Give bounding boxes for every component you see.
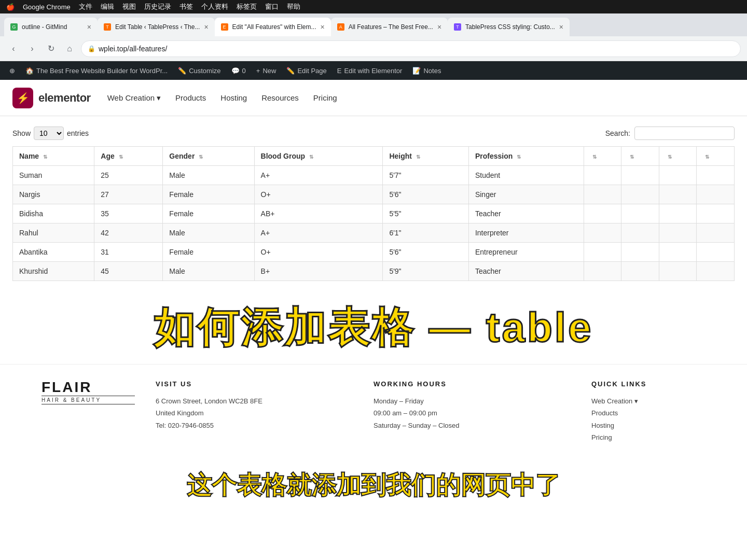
menu-edit[interactable]: 编辑 <box>101 2 114 11</box>
tab-close-1[interactable]: × <box>87 23 91 31</box>
entries-label: entries <box>67 129 89 137</box>
col-profession[interactable]: Profession ⇅ <box>468 147 584 166</box>
cell-1-2: Female <box>163 185 254 204</box>
menu-bookmarks[interactable]: 书签 <box>179 2 193 11</box>
tab-label-1: outline - GitMind <box>22 23 83 31</box>
address-bar[interactable]: 🔒 wplei.top/all-features/ <box>81 40 741 57</box>
col-extra3[interactable]: ⇅ <box>659 147 697 166</box>
footer-country: United Kingdom <box>156 407 353 419</box>
menu-profile[interactable]: 个人资料 <box>201 2 228 11</box>
tab-favicon-5: T <box>454 23 461 31</box>
wp-edit-elementor[interactable]: E Edit with Elementor <box>332 61 408 80</box>
menu-help[interactable]: 帮助 <box>287 2 300 11</box>
cell-4-5: Entrepreneur <box>468 243 584 262</box>
menu-window[interactable]: 窗口 <box>265 2 279 11</box>
wp-customize[interactable]: ✏️ Customize <box>173 61 226 80</box>
working-hours-line1: Monday – Friday <box>374 395 571 407</box>
wp-edit-page[interactable]: ✏️ Edit Page <box>281 61 331 80</box>
menu-tabs[interactable]: 标签页 <box>237 2 257 11</box>
cell-1-8 <box>659 185 697 204</box>
col-blood-group[interactable]: Blood Group ⇅ <box>254 147 383 166</box>
search-input[interactable] <box>634 127 735 140</box>
show-entries-control: Show 10 25 50 100 entries <box>12 127 89 140</box>
reload-button[interactable]: ↻ <box>44 41 58 56</box>
footer-tel: Tel: 020-7946-0855 <box>156 419 353 431</box>
col-gender[interactable]: Gender ⇅ <box>163 147 254 166</box>
col-extra4[interactable]: ⇅ <box>697 147 735 166</box>
cell-2-7 <box>621 204 659 223</box>
cell-4-9 <box>697 243 735 262</box>
menu-view[interactable]: 视图 <box>122 2 136 11</box>
page-footer: FLAIR HAIR & BEAUTY VISIT US 6 Crown Str… <box>0 364 747 459</box>
wp-site-name[interactable]: 🏠 The Best Free Website Builder for Word… <box>20 61 173 80</box>
overlay-section: 如何添加表格 — table <box>0 291 747 364</box>
edit-elementor-label: Edit with Elementor <box>344 67 402 75</box>
tab-close-5[interactable]: × <box>559 23 563 31</box>
cell-2-8 <box>659 204 697 223</box>
cell-0-3: A+ <box>254 166 383 185</box>
col-name[interactable]: Name ⇅ <box>13 147 94 166</box>
forward-button[interactable]: › <box>25 41 39 56</box>
nav-link-resources[interactable]: Resources <box>261 93 299 102</box>
cell-1-9 <box>697 185 735 204</box>
data-table: Name ⇅ Age ⇅ Gender ⇅ Blood Group ⇅ Heig… <box>12 146 735 281</box>
nav-link-web-creation[interactable]: Web Creation ▾ <box>107 93 161 103</box>
browser-tab-1[interactable]: G outline - GitMind × <box>4 18 98 36</box>
wp-icon[interactable]: ⊕ <box>4 61 20 80</box>
nav-link-pricing[interactable]: Pricing <box>313 93 337 102</box>
tab-close-3[interactable]: × <box>321 23 325 31</box>
home-button[interactable]: ⌂ <box>62 41 77 56</box>
sort-icon-blood: ⇅ <box>309 154 313 160</box>
menu-history[interactable]: 历史记录 <box>144 2 171 11</box>
menu-file[interactable]: 文件 <box>79 2 92 11</box>
wp-new[interactable]: + New <box>251 61 282 80</box>
cell-4-8 <box>659 243 697 262</box>
sort-icon-extra4: ⇅ <box>705 154 709 160</box>
cell-2-6 <box>584 204 621 223</box>
browser-tab-5[interactable]: T TablePress CSS styling: Custo... × <box>448 18 570 36</box>
elementor-nav-links: Web Creation ▾ Products Hosting Resource… <box>107 93 337 103</box>
cell-1-0: Nargis <box>13 185 94 204</box>
col-age[interactable]: Age ⇅ <box>94 147 163 166</box>
entries-select[interactable]: 10 25 50 100 <box>34 127 64 140</box>
cell-3-1: 42 <box>94 223 163 243</box>
nav-link-products[interactable]: Products <box>175 93 206 102</box>
cell-5-9 <box>697 262 735 281</box>
nav-dropdown-icon-web-creation: ▾ <box>157 93 161 103</box>
col-extra2[interactable]: ⇅ <box>621 147 659 166</box>
wp-comments[interactable]: 💬 0 <box>226 61 251 80</box>
footer-link-hosting[interactable]: Hosting <box>591 419 706 431</box>
footer-quick-links: QUICK LINKS Web Creation ▾ Products Host… <box>591 380 706 444</box>
tab-close-4[interactable]: × <box>437 23 441 31</box>
comments-count: 0 <box>242 67 246 75</box>
footer-link-pricing[interactable]: Pricing <box>591 431 706 443</box>
tab-label-2: Edit Table ‹ TablePress ‹ The... <box>115 23 200 31</box>
elementor-logo[interactable]: ⚡ elementor <box>12 88 91 108</box>
footer-link-products[interactable]: Products <box>591 407 706 419</box>
browser-tab-2[interactable]: T Edit Table ‹ TablePress ‹ The... × <box>98 18 215 36</box>
footer-link-web-creation[interactable]: Web Creation ▾ <box>591 395 706 407</box>
elementor-navbar: ⚡ elementor Web Creation ▾ Products Host… <box>0 80 747 116</box>
search-label: Search: <box>605 129 630 137</box>
col-extra1[interactable]: ⇅ <box>584 147 621 166</box>
wp-notes[interactable]: 📝 Notes <box>407 61 446 80</box>
menu-chrome[interactable]: Google Chrome <box>23 3 71 11</box>
cell-3-5: Interpreter <box>468 223 584 243</box>
cell-4-6 <box>584 243 621 262</box>
tab-close-2[interactable]: × <box>204 23 208 31</box>
cell-5-2: Male <box>163 262 254 281</box>
cell-3-6 <box>584 223 621 243</box>
cell-5-8 <box>659 262 697 281</box>
footer-link-web-creation-label: Web Creation <box>591 397 632 405</box>
visit-us-title: VISIT US <box>156 380 353 388</box>
col-height[interactable]: Height ⇅ <box>383 147 469 166</box>
cell-4-1: 31 <box>94 243 163 262</box>
browser-tab-4[interactable]: A All Features – The Best Free... × <box>331 18 448 36</box>
back-button[interactable]: ‹ <box>6 41 21 56</box>
browser-tab-3[interactable]: E Edit "All Features" with Elem... × <box>215 18 331 36</box>
table-row: Khurshid45MaleB+5'9"Teacher <box>13 262 735 281</box>
cell-3-9 <box>697 223 735 243</box>
apple-icon[interactable]: 🍎 <box>6 3 15 11</box>
nav-link-hosting[interactable]: Hosting <box>220 93 247 102</box>
flair-sub-text: HAIR & BEAUTY <box>42 396 135 404</box>
